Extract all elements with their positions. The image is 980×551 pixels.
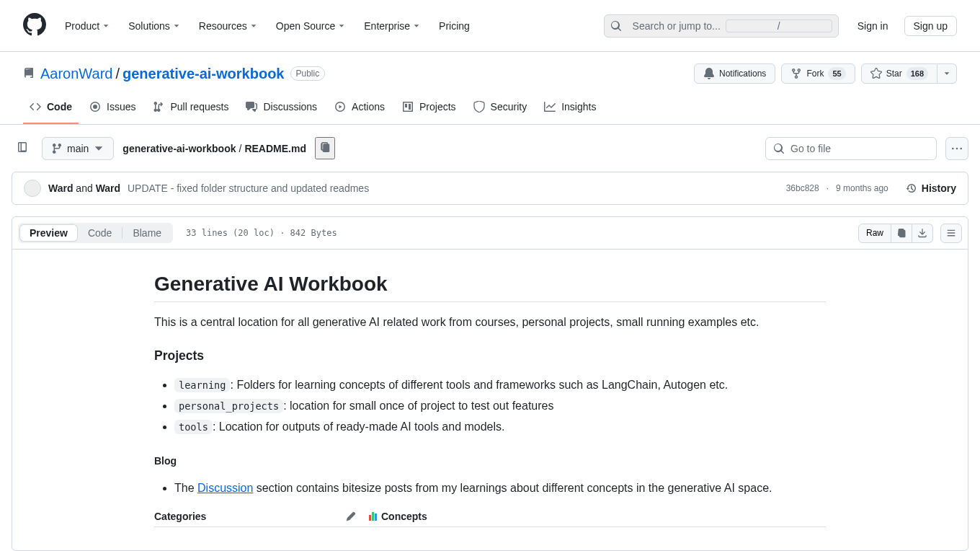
repo-tabs: Code Issues Pull requests Discussions Ac… [0, 95, 980, 125]
search-icon [773, 143, 785, 154]
history-link[interactable]: History [906, 182, 956, 194]
fork-count: 55 [828, 67, 845, 80]
actions-icon [334, 101, 346, 113]
list-item: personal_projects: location for small on… [174, 396, 826, 417]
nav-enterprise[interactable]: Enterprise [357, 16, 427, 36]
fork-button[interactable]: Fork 55 [781, 63, 855, 84]
list-icon [946, 228, 956, 238]
fork-icon [790, 68, 802, 79]
chevron-down-icon [338, 22, 345, 30]
tab-code[interactable]: Code [23, 95, 79, 124]
file-info: 33 lines (20 loc) · 842 Bytes [186, 228, 337, 238]
copy-path-button[interactable] [315, 137, 335, 159]
list-item: The Discussion section contains bitesize… [174, 478, 826, 499]
star-dropdown[interactable] [937, 63, 957, 84]
file-navigation-bar: main generative-ai-workbook / README.md … [0, 125, 980, 172]
nav-pricing[interactable]: Pricing [432, 16, 477, 36]
star-button[interactable]: Star 168 [861, 63, 937, 84]
download-button[interactable] [912, 224, 933, 243]
global-header: Product Solutions Resources Open Source … [0, 0, 980, 52]
file-toolbar: Preview Code Blame 33 lines (20 loc) · 8… [12, 217, 968, 250]
tab-actions[interactable]: Actions [328, 95, 391, 124]
projects-heading: Projects [154, 348, 826, 363]
breadcrumb-file: README.md [244, 143, 306, 154]
readme-title: Generative AI Workbook [154, 273, 826, 302]
notifications-button[interactable]: Notifications [694, 63, 775, 84]
chevron-down-icon [413, 22, 420, 30]
file-view: Preview Code Blame 33 lines (20 loc) · 8… [12, 216, 968, 551]
branch-select-button[interactable]: main [42, 137, 114, 160]
avatar [24, 180, 41, 197]
blame-tab[interactable]: Blame [122, 224, 172, 242]
tab-security[interactable]: Security [467, 95, 534, 124]
chevron-down-icon [943, 70, 950, 77]
graph-icon [544, 101, 556, 113]
breadcrumb-root[interactable]: generative-ai-workbook [122, 143, 236, 154]
repo-icon [23, 68, 35, 79]
discussion-icon [246, 101, 257, 113]
tab-pull-requests[interactable]: Pull requests [146, 95, 235, 124]
slash-key-hint: / [726, 19, 832, 32]
concepts-header: Concepts [381, 511, 427, 522]
nav-resources[interactable]: Resources [192, 16, 264, 36]
search-input[interactable]: Search or jump to... / [604, 14, 839, 38]
issues-icon [89, 101, 101, 113]
more-options-button[interactable] [945, 137, 968, 160]
breadcrumb: generative-ai-workbook / README.md [122, 143, 306, 154]
commit-sha[interactable]: 36bc828 [786, 183, 819, 193]
chevron-down-icon [102, 22, 110, 30]
commit-message[interactable]: UPDATE - fixed folder structure and upda… [128, 182, 369, 194]
star-icon [870, 68, 882, 79]
projects-icon [402, 101, 414, 113]
code-tab[interactable]: Code [78, 224, 122, 242]
outline-button[interactable] [940, 224, 962, 243]
latest-commit: Ward and Ward UPDATE - fixed folder stru… [12, 172, 968, 205]
repo-path: AaronWard / generative-ai-workbook [40, 66, 285, 82]
nav-product[interactable]: Product [58, 16, 117, 36]
chevron-down-icon [250, 22, 257, 30]
go-to-file-input[interactable]: Go to file [765, 137, 937, 160]
nav-solutions[interactable]: Solutions [121, 16, 187, 36]
sidebar-collapse-icon [17, 141, 28, 153]
shield-icon [473, 101, 485, 113]
blog-list: The Discussion section contains bitesize… [154, 478, 826, 499]
primary-nav: Product Solutions Resources Open Source … [58, 16, 477, 36]
history-icon [906, 182, 917, 194]
tab-insights[interactable]: Insights [538, 95, 602, 124]
repo-name-link[interactable]: generative-ai-workbook [122, 66, 285, 82]
copy-icon [896, 228, 906, 238]
sign-up-button[interactable]: Sign up [904, 16, 957, 36]
visibility-badge: Public [290, 66, 326, 81]
readme-content: Generative AI Workbook This is a central… [125, 250, 855, 550]
side-panel-toggle[interactable] [12, 136, 33, 160]
pr-icon [153, 101, 164, 113]
repo-actions: Notifications Fork 55 Star 168 [694, 63, 957, 84]
code-icon [30, 101, 41, 113]
list-item: tools: Location for outputs of ready-mad… [174, 417, 826, 438]
view-mode-tabs: Preview Code Blame [18, 223, 173, 243]
commit-author-2[interactable]: Ward [96, 182, 120, 194]
search-icon [610, 20, 622, 32]
discussion-link[interactable]: Discussion [197, 482, 253, 494]
preview-tab[interactable]: Preview [19, 224, 78, 242]
copy-icon [319, 141, 331, 153]
copy-raw-button[interactable] [891, 224, 912, 243]
chevron-down-icon [93, 143, 104, 154]
raw-button[interactable]: Raw [858, 224, 891, 243]
commit-author-1[interactable]: Ward [48, 182, 73, 194]
categories-header: Categories [154, 511, 206, 522]
repo-owner-link[interactable]: AaronWard [40, 66, 112, 82]
chevron-down-icon [173, 22, 180, 30]
download-icon [917, 228, 927, 238]
repo-header: AaronWard / generative-ai-workbook Publi… [0, 52, 980, 84]
tab-issues[interactable]: Issues [83, 95, 142, 124]
blog-heading: Blog [154, 455, 826, 467]
branch-icon [51, 143, 63, 154]
github-logo-link[interactable] [12, 13, 58, 38]
sign-in-link[interactable]: Sign in [850, 17, 896, 35]
bar-chart-icon [369, 512, 377, 521]
nav-open-source[interactable]: Open Source [269, 16, 353, 36]
tab-discussions[interactable]: Discussions [239, 95, 324, 124]
tab-projects[interactable]: Projects [396, 95, 463, 124]
kebab-icon [952, 143, 962, 154]
